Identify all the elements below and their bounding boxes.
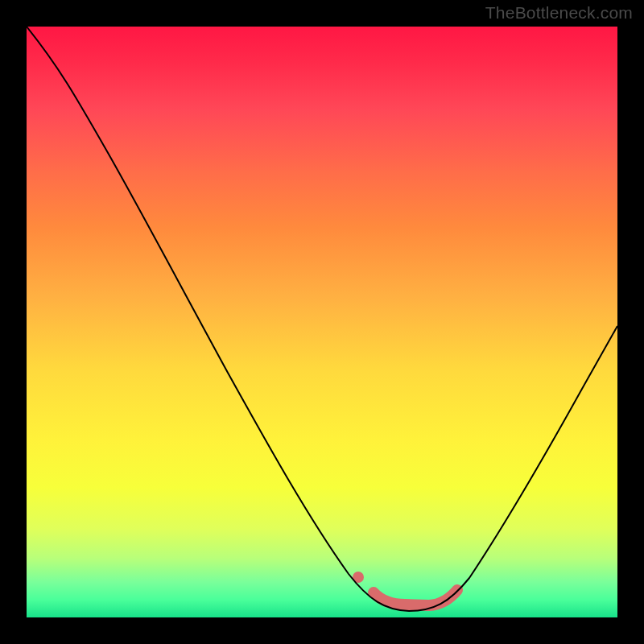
optimal-highlight bbox=[374, 590, 457, 605]
curve-svg bbox=[27, 27, 617, 617]
watermark-text: TheBottleneck.com bbox=[485, 3, 633, 23]
plot-area bbox=[27, 27, 617, 617]
bottleneck-curve bbox=[27, 27, 617, 611]
